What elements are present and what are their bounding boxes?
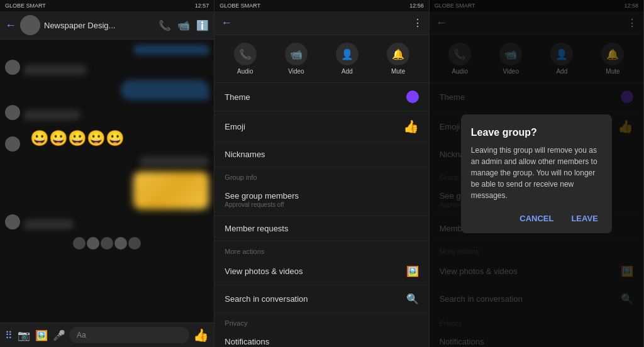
section-group-info: Group info xyxy=(214,167,428,184)
photos-label: View photos & videos xyxy=(225,267,303,276)
settings-item-nicknames[interactable]: Nicknames xyxy=(214,142,428,167)
settings-item-theme[interactable]: Theme xyxy=(214,83,428,111)
video-icon: 📹 xyxy=(285,43,308,65)
message-input[interactable]: Aa xyxy=(69,327,189,343)
status-bar-2: GLOBE SMART 12:56 xyxy=(214,0,428,11)
chat-messages: 😀😀😀😀😀 xyxy=(0,40,214,322)
input-icons: ⠿ 📷 🖼️ 🎤 xyxy=(5,329,65,341)
audio-button[interactable]: 📞 Audio xyxy=(234,43,257,75)
emoji-label: Emoji xyxy=(225,122,245,131)
settings-item-see-members[interactable]: See group members Approval requests off xyxy=(214,184,428,216)
video-label: Video xyxy=(288,68,304,75)
add-icon: 👤 xyxy=(336,43,358,65)
sender-avatar xyxy=(5,60,20,75)
settings-item-photos[interactable]: View photos & videos 🖼️ xyxy=(214,258,428,285)
apps-icon[interactable]: ⠿ xyxy=(5,329,13,341)
mute-icon: 🔔 xyxy=(387,43,409,65)
carrier-2: GLOBE SMART xyxy=(219,3,260,9)
photos-icon: 🖼️ xyxy=(406,265,419,277)
add-label: Add xyxy=(341,68,353,75)
message-bubble-sent xyxy=(133,45,209,55)
like-button[interactable]: 👍 xyxy=(193,328,209,343)
status-bar-1: GLOBE SMART 12:57 xyxy=(0,0,214,11)
video-icon[interactable]: 📹 xyxy=(177,19,190,31)
settings-back-button[interactable]: ← xyxy=(221,16,232,30)
add-button[interactable]: 👤 Add xyxy=(336,43,358,75)
group-avatars-row xyxy=(5,237,209,250)
panel-dialog: GLOBE SMART 12:58 ← ⋮ 📞 Audio 📹 Video 👤 … xyxy=(430,0,644,347)
chat-group-avatar xyxy=(20,15,40,35)
settings-item-emoji[interactable]: Emoji 👍 xyxy=(214,111,428,142)
chat-input-bar: ⠿ 📷 🖼️ 🎤 Aa 👍 xyxy=(0,322,214,347)
emoji-icon: 👍 xyxy=(403,119,419,134)
group-member-avatar xyxy=(101,237,113,250)
chat-title: Newspaper Desig... xyxy=(44,21,155,30)
dialog-actions: CANCEL LEAVE xyxy=(471,211,602,226)
settings-more-icon[interactable]: ⋮ xyxy=(413,17,423,29)
dialog-overlay: Leave group? Leaving this group will rem… xyxy=(430,0,643,347)
action-buttons: 📞 Audio 📹 Video 👤 Add 🔔 Mute xyxy=(214,35,428,83)
message-bubble-received xyxy=(24,219,74,229)
camera-icon[interactable]: 📷 xyxy=(18,329,30,341)
cancel-button[interactable]: CANCEL xyxy=(516,211,557,226)
settings-header: ← ⋮ xyxy=(214,11,428,35)
message-row xyxy=(5,105,209,120)
notifications-content: Notifications On xyxy=(225,337,269,347)
image-icon[interactable]: 🖼️ xyxy=(35,329,48,341)
notifications-label: Notifications xyxy=(225,337,269,346)
search-label: Search in conversation xyxy=(225,294,308,304)
message-row xyxy=(5,157,209,167)
section-privacy: Privacy xyxy=(214,313,428,329)
mute-label: Mute xyxy=(391,68,405,75)
settings-item-member-requests[interactable]: Member requests xyxy=(214,216,428,241)
message-row xyxy=(5,45,209,55)
chat-header: ← Newspaper Desig... 📞 📹 ℹ️ xyxy=(0,11,214,40)
time-1: 12:57 xyxy=(195,3,209,9)
message-bubble-sent xyxy=(121,80,209,100)
message-bubble-emoji: 😀😀😀😀😀 xyxy=(24,125,131,151)
status-right-2: 12:56 xyxy=(409,3,424,9)
audio-label: Audio xyxy=(237,68,253,75)
nicknames-label: Nicknames xyxy=(225,150,265,159)
sender-avatar xyxy=(5,214,20,229)
message-row xyxy=(5,214,209,229)
message-row xyxy=(5,80,209,100)
section-more-actions: More actions xyxy=(214,241,428,258)
status-right-1: 12:57 xyxy=(195,3,209,9)
settings-item-notifications[interactable]: Notifications On xyxy=(214,329,428,347)
sender-avatar xyxy=(5,136,20,151)
message-bubble-received xyxy=(24,110,80,120)
status-left-2: GLOBE SMART xyxy=(219,3,260,9)
panel-chat: GLOBE SMART 12:57 ← Newspaper Desig... 📞… xyxy=(0,0,214,347)
info-icon[interactable]: ℹ️ xyxy=(196,19,209,31)
header-icons: 📞 📹 ℹ️ xyxy=(158,19,209,31)
carrier-1: GLOBE SMART xyxy=(5,3,46,9)
back-button[interactable]: ← xyxy=(5,19,16,32)
time-2: 12:56 xyxy=(409,3,424,9)
message-row xyxy=(5,60,209,75)
group-member-avatar xyxy=(128,237,141,250)
message-bubble-received xyxy=(24,65,87,75)
video-button[interactable]: 📹 Video xyxy=(285,43,308,75)
dialog-title: Leave group? xyxy=(471,127,602,138)
mute-button[interactable]: 🔔 Mute xyxy=(387,43,409,75)
group-member-avatar xyxy=(73,237,86,250)
group-member-avatar xyxy=(87,237,99,250)
search-icon: 🔍 xyxy=(406,293,419,305)
mic-icon[interactable]: 🎤 xyxy=(53,329,65,341)
theme-icon xyxy=(406,91,419,103)
status-left-1: GLOBE SMART xyxy=(5,3,46,9)
see-members-sub: Approval requests off xyxy=(225,201,299,208)
see-members-content: See group members Approval requests off xyxy=(225,191,299,208)
message-row-image xyxy=(5,172,209,209)
panel-settings: GLOBE SMART 12:56 ← ⋮ 📞 Audio 📹 Video 👤 … xyxy=(214,0,429,347)
group-member-avatar xyxy=(114,237,127,250)
phone-icon[interactable]: 📞 xyxy=(158,19,171,31)
sender-avatar xyxy=(5,105,20,120)
settings-list: Theme Emoji 👍 Nicknames Group info See g… xyxy=(214,83,428,347)
leave-button[interactable]: LEAVE xyxy=(567,211,601,226)
message-row-emoji: 😀😀😀😀😀 xyxy=(5,125,209,151)
settings-item-search[interactable]: Search in conversation 🔍 xyxy=(214,285,428,313)
message-image xyxy=(133,172,209,209)
member-requests-label: Member requests xyxy=(225,224,288,233)
